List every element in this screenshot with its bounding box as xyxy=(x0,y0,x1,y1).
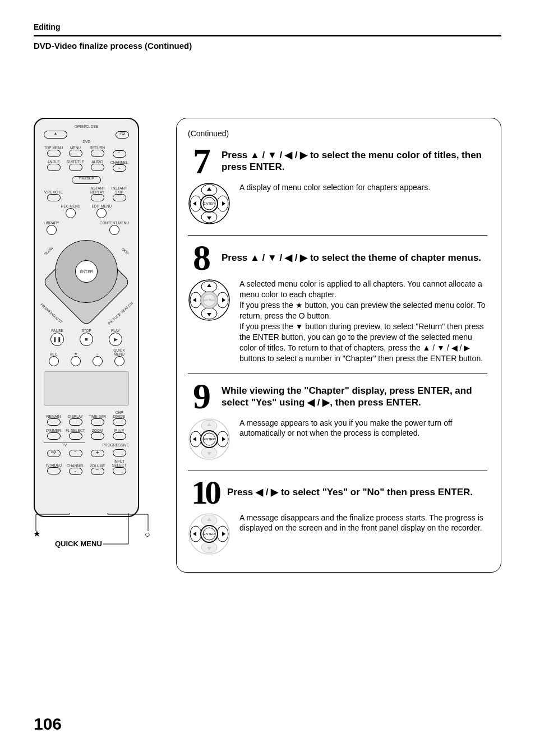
subtitle-button[interactable] xyxy=(69,164,82,171)
pause-button[interactable]: ❚❚ xyxy=(50,333,64,346)
inputselect-button[interactable] xyxy=(113,467,126,474)
vremote-label: V.REMOTE xyxy=(44,190,63,194)
quickmenu-button[interactable] xyxy=(114,356,124,366)
dimmer-button[interactable] xyxy=(47,432,61,440)
vol-up-button[interactable]: + xyxy=(91,450,104,457)
play-button[interactable]: ▶ xyxy=(109,333,122,346)
eject-button[interactable]: ▲ xyxy=(44,131,67,139)
rec-button[interactable] xyxy=(49,356,59,366)
skip-label: SKIP xyxy=(121,247,130,255)
tvch-up-button[interactable]: ⌃ xyxy=(69,450,82,457)
step-8-number: 8 xyxy=(188,243,216,272)
star-callout: ★ xyxy=(34,529,40,538)
quickmenu-callout: QUICK MENU xyxy=(55,540,102,548)
audio-label: AUDIO xyxy=(87,160,107,164)
tv-label: TV xyxy=(44,442,85,447)
progressive-button[interactable] xyxy=(113,449,126,457)
step-9-number: 9 xyxy=(188,382,216,411)
step-9-title: While viewing the "Chapter" display, pre… xyxy=(222,385,487,409)
tvvideo-label: TV/VIDEO xyxy=(44,463,63,467)
vol-down-button[interactable]: − xyxy=(91,468,104,475)
zoom-button[interactable] xyxy=(91,432,104,440)
library-button[interactable] xyxy=(47,225,57,235)
step-7-body: A display of menu color selection for ch… xyxy=(239,182,487,193)
rec-label: REC xyxy=(44,352,63,356)
steps-panel: (Continued) 7 Press ▲ / ▼ / ◀ / ▶ to sel… xyxy=(176,118,501,573)
picturesearch-label: PICTURE SEARCH xyxy=(107,301,133,326)
tvch-down-button[interactable]: ⌄ xyxy=(69,468,82,475)
step-7: 7 Press ▲ / ▼ / ◀ / ▶ to select the menu… xyxy=(188,147,487,225)
remain-button[interactable] xyxy=(47,418,61,426)
pinp-button[interactable] xyxy=(113,432,126,440)
step-10-title: Press ◀ / ▶ to select "Yes" or "No" then… xyxy=(227,486,473,498)
power-button[interactable]: I/⏻ xyxy=(116,131,129,139)
svg-text:ENTER: ENTER xyxy=(204,532,215,536)
contentmenu-label: CONTENT MENU xyxy=(100,221,129,225)
remote-column: OPEN/CLOSE ▲ I/⏻ DVD TOP MENU MENU RETUR… xyxy=(34,118,157,573)
circle-label: ○ xyxy=(87,352,107,356)
recmenu-label: REC MENU xyxy=(61,204,81,208)
dpad-ring[interactable]: ENTER xyxy=(55,240,118,303)
step-9-body: A message appears to ask you if you make… xyxy=(239,418,487,439)
header-rule xyxy=(34,35,501,36)
content-row: OPEN/CLOSE ▲ I/⏻ DVD TOP MENU MENU RETUR… xyxy=(34,118,501,573)
angle-label: ANGLE xyxy=(44,160,63,164)
divider xyxy=(188,471,487,471)
step-10-body: A message disappears and the finalize pr… xyxy=(239,513,487,534)
timeslip-button[interactable]: TIMESLIP xyxy=(72,176,101,184)
circle-button[interactable] xyxy=(93,356,103,366)
channel-label: CHANNEL xyxy=(109,160,129,164)
angle-button[interactable] xyxy=(47,164,61,171)
tvvideo-button[interactable] xyxy=(47,467,61,474)
step-8-body: A selected menu color is applied to all … xyxy=(239,279,487,363)
inputselect-label: INPUT SELECT xyxy=(109,459,129,467)
recmenu-button[interactable] xyxy=(66,208,76,218)
quickmenu-label: QUICK MENU xyxy=(109,348,129,356)
dpad-icon: ENTER xyxy=(188,182,230,225)
topmenu-button[interactable] xyxy=(47,150,61,157)
editmenu-button[interactable] xyxy=(96,208,107,218)
step-7-title: Press ▲ / ▼ / ◀ / ▶ to select the menu c… xyxy=(222,149,487,173)
channel-down-button[interactable]: ⌄ xyxy=(113,164,126,172)
pause-label: PAUSE xyxy=(44,329,71,333)
timebar-button[interactable] xyxy=(91,418,104,426)
remote-dpad: SLOW SKIP FRAME/ADJUST PICTURE SEARCH EN… xyxy=(44,240,128,324)
instantreplay-button[interactable] xyxy=(91,194,104,201)
vremote-button[interactable] xyxy=(47,194,61,201)
flselect-button[interactable] xyxy=(69,432,82,440)
openclose-label: OPEN/CLOSE xyxy=(40,125,132,128)
step-8: 8 Press ▲ / ▼ / ◀ / ▶ to select the them… xyxy=(188,243,487,363)
enter-button[interactable]: ENTER xyxy=(75,260,98,283)
play-label: PLAY xyxy=(102,329,129,333)
topmenu-label: TOP MENU xyxy=(44,146,63,150)
pinp-label: P in P xyxy=(109,428,129,432)
audio-button[interactable] xyxy=(91,164,104,171)
divider xyxy=(188,374,487,374)
progressive-label: PROGRESSIVE xyxy=(87,443,129,447)
zoom-label: ZOOM xyxy=(87,428,107,432)
contentmenu-button[interactable] xyxy=(109,225,119,235)
remain-label: REMAIN xyxy=(44,414,63,418)
tvpower-button[interactable]: I/⏻ xyxy=(47,450,61,457)
subtitle-label: SUBTITLE xyxy=(66,160,85,164)
menu-button[interactable] xyxy=(69,150,82,157)
display-label: DISPLAY xyxy=(66,414,85,418)
svg-text:ENTER: ENTER xyxy=(204,437,215,441)
menu-label: MENU xyxy=(66,146,85,150)
chpdivide-button[interactable] xyxy=(113,418,126,426)
display-button[interactable] xyxy=(69,418,82,426)
channel-up-button[interactable]: ⌃ xyxy=(113,150,126,158)
instantskip-button[interactable] xyxy=(113,194,126,201)
instantskip-label: INSTANT SKIP xyxy=(109,186,129,194)
dvd-label: DVD xyxy=(40,140,132,144)
return-button[interactable] xyxy=(91,150,104,157)
editmenu-label: EDIT MENU xyxy=(92,204,112,208)
step-10: 10 Press ◀ / ▶ to select "Yes" or "No" t… xyxy=(188,479,487,555)
star-button[interactable] xyxy=(71,356,81,366)
timebar-label: TIME BAR xyxy=(87,414,107,418)
step-8-title: Press ▲ / ▼ / ◀ / ▶ to select the theme … xyxy=(222,252,481,264)
stop-button[interactable]: ■ xyxy=(80,333,93,346)
manual-page: Editing DVD-Video finalize process (Cont… xyxy=(0,0,535,756)
dpad-icon: ENTER xyxy=(188,279,230,321)
flselect-label: FL SELECT xyxy=(66,428,85,432)
